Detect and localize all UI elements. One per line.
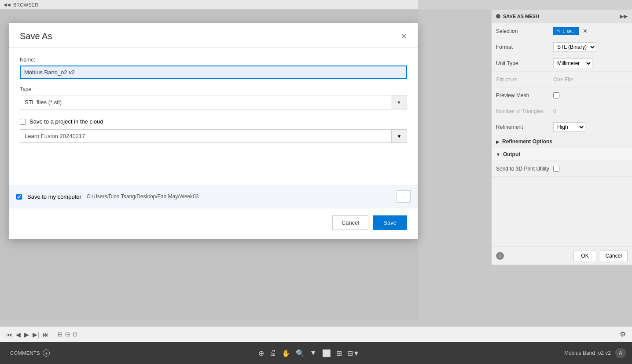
refinement-row: Refinement Low Medium High <box>492 119 632 135</box>
type-select-wrapper: STL files (*.stl) OBJ files (*.obj) FBX … <box>20 95 407 109</box>
comments-label: COMMENTS <box>10 350 40 356</box>
selection-clear-button[interactable]: ✕ <box>583 28 588 34</box>
selection-value: 1 se... <box>562 29 576 34</box>
cloud-save-section: Save to a project in the cloud ▼ <box>20 118 407 143</box>
type-label: Type: <box>20 86 407 92</box>
format-label: Format <box>496 44 553 50</box>
back-arrow-icon: ◀◀ <box>4 2 11 7</box>
selection-controls: ↖ 1 se... ✕ <box>553 27 588 35</box>
save-computer-checkbox[interactable] <box>16 194 22 200</box>
add-comment-icon[interactable]: + <box>43 349 50 357</box>
name-label: Name: <box>20 57 407 63</box>
triangles-value: 0 <box>553 108 628 114</box>
refinement-select[interactable]: Low Medium High <box>553 122 585 132</box>
timeline-icon-3[interactable]: ⊡ <box>73 331 77 338</box>
cloud-project-input[interactable] <box>20 129 391 143</box>
modal-footer: Cancel Save <box>9 208 418 239</box>
pan-icon[interactable]: ✋ <box>282 349 290 357</box>
send-3d-row: Send to 3D Print Utility <box>492 161 632 177</box>
refinement-label: Refinement <box>496 124 553 130</box>
preview-mesh-label: Preview Mesh <box>496 92 553 98</box>
toolbar-right: Mobius Band_o2 v2 A <box>564 348 626 358</box>
triangles-row: Number of Triangles 0 <box>492 103 632 119</box>
cloud-dropdown-button[interactable]: ▼ <box>391 129 407 143</box>
save-computer-label: Save to my computer <box>27 193 81 200</box>
modal-overlay: Save As ✕ Name: Type: STL files (*.stl) … <box>0 10 418 320</box>
send-3d-label: Send to 3D Print Utility <box>496 166 553 172</box>
cloud-dropdown-row: ▼ <box>20 129 407 143</box>
grid-icon[interactable]: ⊞ <box>336 349 342 357</box>
format-select[interactable]: STL (Binary) STL (ASCII) OBJ <box>553 42 596 52</box>
save-button[interactable]: Save <box>373 215 407 230</box>
structure-value: One File <box>553 76 628 83</box>
cloud-save-checkbox[interactable] <box>20 119 26 125</box>
structure-label: Structure <box>496 76 553 83</box>
top-bar: ◀◀ BROWSER <box>0 0 418 10</box>
timeline-icon-1[interactable]: ⊞ <box>58 331 62 338</box>
play-prev-button[interactable]: ◀ <box>16 331 21 338</box>
cloud-save-label: Save to a project in the cloud <box>29 118 103 125</box>
bottom-toolbar: COMMENTS + ⊕ 🖨 ✋ 🔍 ▼ ⬜ ⊞ ⊟▼ Mobius Band_… <box>0 342 632 364</box>
comments-button[interactable]: COMMENTS + <box>6 347 54 359</box>
filename-label: Mobius Band_o2 v2 <box>564 350 611 356</box>
selection-row: Selection ↖ 1 se... ✕ <box>492 23 632 39</box>
cloud-save-checkbox-row: Save to a project in the cloud <box>20 118 407 125</box>
display-mode-icon[interactable]: ⬜ <box>322 349 331 357</box>
modal-close-button[interactable]: ✕ <box>401 33 407 40</box>
playback-controls: ⏮ ◀ ▶ ▶| ⏭ <box>6 331 49 338</box>
type-select[interactable]: STL files (*.stl) OBJ files (*.obj) FBX … <box>20 95 407 109</box>
panel-expand-icon[interactable]: ▶▶ <box>620 13 628 19</box>
panel-footer: i OK Cancel <box>492 247 632 265</box>
down-triangle-icon: ▼ <box>496 152 500 157</box>
timeline-settings-icon[interactable]: ⚙ <box>620 330 626 339</box>
cursor-icon: ↖ <box>557 28 561 34</box>
selection-label: Selection <box>496 28 553 34</box>
save-computer-section: Save to my computer C:/Users/Dion.Tsang/… <box>9 185 418 208</box>
structure-row: Structure One File <box>492 72 632 87</box>
play-next-button[interactable]: ▶| <box>33 331 39 338</box>
send-3d-checkbox[interactable] <box>553 166 559 172</box>
print-icon[interactable]: 🖨 <box>269 349 276 357</box>
panel-title: SAVE AS MESH <box>496 14 539 19</box>
preview-mesh-checkbox[interactable] <box>553 92 559 98</box>
unit-type-select[interactable]: Millimeter Centimeter Meter Inch <box>553 58 592 68</box>
modal-header: Save As ✕ <box>9 23 418 48</box>
unit-type-row: Unit Type Millimeter Centimeter Meter In… <box>492 55 632 72</box>
browse-button[interactable]: ... <box>397 190 411 203</box>
panel-dot-icon <box>496 14 500 18</box>
selection-button[interactable]: ↖ 1 se... <box>553 27 579 35</box>
output-row[interactable]: ▼ Output <box>492 148 632 161</box>
play-button[interactable]: ▶ <box>24 331 29 338</box>
save-as-mesh-panel: SAVE AS MESH ▶▶ Selection ↖ 1 se... ✕ Fo… <box>491 10 632 265</box>
toolbar-center: ⊕ 🖨 ✋ 🔍 ▼ ⬜ ⊞ ⊟▼ <box>54 349 564 357</box>
preview-mesh-row: Preview Mesh <box>492 87 632 103</box>
select-tool-icon[interactable]: ⊕ <box>258 349 264 357</box>
play-to-end-button[interactable]: ⏭ <box>43 331 49 338</box>
refinement-options-label: Refinement Options <box>502 138 552 145</box>
panel-header: SAVE AS MESH ▶▶ <box>492 10 632 23</box>
zoom-dropdown-icon[interactable]: ▼ <box>310 349 317 357</box>
output-label: Output <box>503 151 520 157</box>
timeline-icon-2[interactable]: ⊟ <box>65 331 70 338</box>
panel-ok-button[interactable]: OK <box>573 251 596 261</box>
panel-title-text: SAVE AS MESH <box>503 14 539 19</box>
save-computer-path: C:/Users/Dion.Tsang/Desktop/Fab May/Week… <box>87 193 391 200</box>
browser-label: BROWSER <box>13 2 38 7</box>
modal-body: Name: Type: STL files (*.stl) OBJ files … <box>9 48 418 159</box>
panel-cancel-button[interactable]: Cancel <box>600 251 628 261</box>
info-icon[interactable]: i <box>496 252 504 260</box>
cancel-button[interactable]: Cancel <box>332 215 368 230</box>
timeline-icons: ⊞ ⊟ ⊡ <box>58 331 77 338</box>
modal-title: Save As <box>20 31 52 41</box>
triangles-label: Number of Triangles <box>496 108 553 114</box>
playback-bar: ⏮ ◀ ▶ ▶| ⏭ ⊞ ⊟ ⊡ ⚙ <box>0 326 632 342</box>
name-input[interactable] <box>20 66 407 79</box>
user-avatar[interactable]: A <box>615 348 626 358</box>
zoom-icon[interactable]: 🔍 <box>296 349 305 357</box>
play-to-start-button[interactable]: ⏮ <box>6 331 12 338</box>
grid-dropdown-icon[interactable]: ⊟▼ <box>347 349 360 357</box>
save-as-modal: Save As ✕ Name: Type: STL files (*.stl) … <box>9 23 418 239</box>
refinement-options-row[interactable]: ▶ Refinement Options <box>492 135 632 148</box>
triangle-icon: ▶ <box>496 139 500 144</box>
unit-type-label: Unit Type <box>496 60 553 66</box>
